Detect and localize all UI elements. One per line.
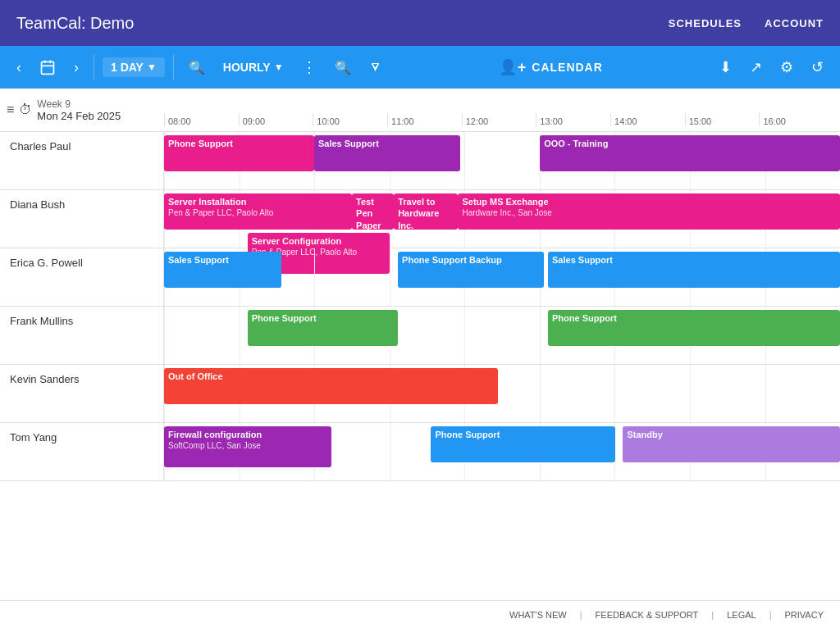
share-button[interactable]: ↗ [743,53,769,81]
calendar-event[interactable]: Standby [623,426,840,462]
day-label: 1 DAY [111,61,144,74]
nav-schedules[interactable]: SCHEDULES [669,17,742,30]
clock-filter-icon[interactable]: ⏱ [19,102,32,117]
time-slot: 11:00 [387,113,462,126]
person-row: Frank MullinsPhone SupportPhone Support [0,307,840,365]
svg-rect-0 [42,61,54,74]
calendar-event[interactable]: Setup MS ExchangeHardware Inc., San Jose [458,193,840,230]
filter-icon[interactable]: ≡ [7,102,14,117]
day-selector[interactable]: 1 DAY ▼ [103,57,165,77]
download-button[interactable]: ⬇ [713,53,738,81]
more-options-button[interactable]: ⋮ [295,53,323,81]
person-row: Tom YangFirewall configurationSoftComp L… [0,423,840,481]
person-events: Server InstallationPen & Paper LLC, Paol… [164,190,840,248]
today-button[interactable] [33,54,62,80]
hourly-dropdown-icon: ▼ [274,61,284,73]
calendar-event[interactable]: OOO - Training [540,135,840,171]
footer-sep-2: | [711,610,714,620]
day-dropdown-icon: ▼ [147,61,157,73]
search-button[interactable]: 🔍 [328,55,358,80]
time-slot: 16:00 [759,113,833,126]
header-section: ≡ ⏱ Week 9 Mon 24 Feb 2025 08:0009:0010:… [0,89,840,132]
calendar-event[interactable]: Phone Support [248,310,398,346]
time-slot: 14:00 [610,113,685,126]
header-date-info: Week 9 Mon 24 Feb 2025 [37,97,121,124]
time-slot: 13:00 [536,113,610,126]
calendar-event[interactable]: Firewall configurationSoftComp LLC, San … [164,426,331,467]
footer-sep-3: | [769,610,772,620]
prev-button[interactable]: ‹ [10,54,28,81]
calendar-event[interactable]: Travel to Hardware Inc. [394,193,458,230]
person-events: Firewall configurationSoftComp LLC, San … [164,423,840,480]
hourly-label: HOURLY [223,61,271,74]
add-person-icon: 👤+ [499,58,527,76]
calendar-event[interactable]: Phone Support [548,310,840,346]
person-name: Kevin Sanders [0,365,164,422]
person-row: Kevin SandersOut of Office [0,365,840,423]
legal-link[interactable]: LEGAL [727,610,756,620]
top-nav: TeamCal: Demo SCHEDULES ACCOUNT [0,0,840,46]
person-row: Erica G. PowellSales SupportPhone Suppor… [0,248,840,307]
person-name: Charles Paul [0,132,164,189]
person-events: Phone SupportSales SupportOOO - Training [164,132,840,189]
person-row: Diana BushServer InstallationPen & Paper… [0,190,840,248]
top-nav-actions: SCHEDULES ACCOUNT [669,17,824,30]
time-slot: 15:00 [685,113,760,126]
calendar-event[interactable]: Out of Office [164,368,498,404]
refresh-button[interactable]: ↺ [805,53,830,81]
calendar-body: Charles PaulPhone SupportSales SupportOO… [0,132,840,594]
person-events: Out of Office [164,365,840,422]
hourly-selector[interactable]: HOURLY ▼ [217,57,290,77]
privacy-link[interactable]: PRIVACY [785,610,824,620]
next-button[interactable]: › [67,54,85,81]
calendar-event[interactable]: Phone Support Backup [398,252,544,288]
footer-sep-1: | [580,610,582,620]
date-label: Mon 24 Feb 2025 [37,110,121,122]
whats-new-link[interactable]: WHAT'S NEW [509,610,567,620]
person-name: Erica G. Powell [0,248,164,306]
person-events: Sales SupportPhone Support BackupSales S… [164,248,840,306]
calendar-event[interactable]: Server InstallationPen & Paper LLC, Paol… [164,193,352,230]
person-name: Tom Yang [0,423,164,480]
calendar-event[interactable]: Phone Support [164,135,314,171]
person-row: Charles PaulPhone SupportSales SupportOO… [0,132,840,190]
header-left-controls: ≡ ⏱ Week 9 Mon 24 Feb 2025 [0,97,164,124]
toolbar: ‹ › 1 DAY ▼ 🔍 HOURLY ▼ ⋮ 🔍 ⛛ 👤+ CALENDAR… [0,46,840,89]
person-name: Diana Bush [0,190,164,248]
footer: WHAT'S NEW | FEEDBACK & SUPPORT | LEGAL … [0,600,840,628]
calendar-event[interactable]: Sales Support [548,252,840,288]
calendar-label: CALENDAR [532,61,603,74]
calendar-event[interactable]: Test Pen Paper [352,193,394,230]
calendar-event[interactable]: Phone Support [431,426,614,462]
nav-account[interactable]: ACCOUNT [765,17,824,30]
time-slot: 08:00 [164,113,239,126]
search-icon-toolbar[interactable]: 🔍 [182,55,212,80]
feedback-link[interactable]: FEEDBACK & SUPPORT [596,610,699,620]
week-label: Week 9 [37,98,121,110]
calendar-event[interactable]: Sales Support [164,252,281,288]
time-ruler: 08:0009:0010:0011:0012:0013:0014:0015:00… [164,93,833,126]
app-title: TeamCal: Demo [16,14,134,33]
time-slot: 10:00 [313,113,387,126]
person-name: Frank Mullins [0,307,164,364]
time-slot: 09:00 [239,113,313,126]
person-events: Phone SupportPhone Support [164,307,840,364]
filter-button[interactable]: ⛛ [363,55,389,80]
time-slot: 12:00 [462,113,536,126]
settings-button[interactable]: ⚙ [774,53,800,81]
calendar-event[interactable]: Sales Support [314,135,460,171]
calendar-button[interactable]: 👤+ CALENDAR [492,55,609,80]
